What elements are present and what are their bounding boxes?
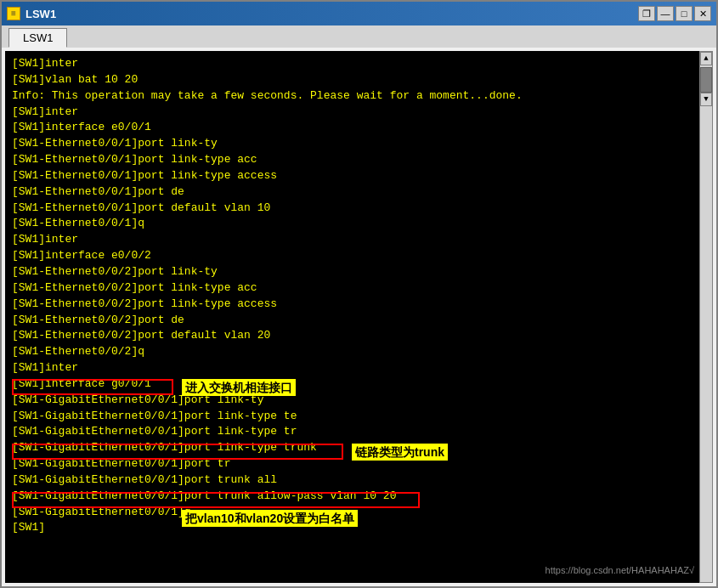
terminal-line: [SW1]inter [12,105,693,121]
terminal-line: [SW1-Ethernet0/0/2]port link-type acc [12,280,693,297]
annotation-label-vlan-whitelist: 把vlan10和vlan20设置为白名单 [182,510,358,527]
terminal-line: [SW1-Ethernet0/0/2]port link-type access [12,297,693,313]
annotation-box-trunk-type [12,444,343,460]
terminal-line: [SW1-Ethernet0/0/1]port default vlan 10 [12,201,693,217]
terminal-line: [SW1]inter [12,232,693,248]
terminal-line: [SW1-Ethernet0/0/2]port de [12,313,693,329]
terminal[interactable]: [SW1]inter[SW1]vlan bat 10 20Info: This … [5,51,699,583]
title-bar: ≡ LSW1 ❐ — □ ✕ [2,2,716,25]
tab-bar: LSW1 [2,25,716,48]
terminal-line: [SW1-Ethernet0/0/2]port link-ty [12,264,693,280]
annotation-box-interface [12,379,173,395]
terminal-line: [SW1-GigabitEthernet0/0/1]port trunk all [12,472,693,489]
title-bar-left: ≡ LSW1 [7,7,56,20]
maximize-button[interactable]: □ [676,6,693,21]
terminal-line: [SW1]inter [12,56,693,72]
terminal-line: [SW1]interface e0/0/1 [12,120,693,136]
window-controls: ❐ — □ ✕ [638,6,711,21]
restore-button[interactable]: ❐ [638,6,655,21]
terminal-line: [SW1-Ethernet0/0/1]port link-type access [12,168,693,184]
terminal-line: [SW1-GigabitEthernet0/0/1]port link-type… [12,424,693,440]
terminal-line: [SW1]interface e0/0/2 [12,248,693,264]
window-icon: ≡ [7,7,20,20]
minimize-button[interactable]: — [657,6,674,21]
terminal-content: [SW1]inter[SW1]vlan bat 10 20Info: This … [12,56,693,536]
scrollbar[interactable]: ▲ ▼ [699,51,713,583]
terminal-line: [SW1]vlan bat 10 20 [12,72,693,88]
tab-lsw1[interactable]: LSW1 [8,28,67,48]
scroll-down-button[interactable]: ▼ [700,93,712,106]
terminal-line: [SW1-Ethernet0/0/2]q [12,344,693,360]
content-area: [SW1]inter[SW1]vlan bat 10 20Info: This … [2,48,716,586]
watermark: https://blog.csdn.net/HAHAHAHAZ√ [546,564,694,578]
main-window: ≡ LSW1 ❐ — □ ✕ LSW1 [SW1]inter[SW1]vlan … [0,0,718,588]
annotation-label-interface: 进入交换机相连接口 [182,379,296,396]
annotation-label-trunk-type: 链路类型为trunk [352,444,448,461]
terminal-line: [SW1-Ethernet0/0/1]q [12,216,693,232]
window-title: LSW1 [25,8,56,20]
terminal-line: [SW1-Ethernet0/0/1]port link-ty [12,136,693,152]
scroll-thumb[interactable] [700,67,712,93]
scroll-up-button[interactable]: ▲ [700,52,712,65]
close-button[interactable]: ✕ [694,6,711,21]
annotation-box-vlan-whitelist [12,492,420,508]
terminal-line: Info: This operation may take a few seco… [12,88,693,105]
terminal-line: [SW1-Ethernet0/0/1]port de [12,184,693,201]
terminal-line: [SW1-Ethernet0/0/1]port link-type acc [12,152,693,168]
terminal-line: [SW1-Ethernet0/0/2]port default vlan 20 [12,328,693,344]
terminal-line: [SW1]inter [12,360,693,376]
terminal-line: [SW1-GigabitEthernet0/0/1]port link-type… [12,409,693,425]
